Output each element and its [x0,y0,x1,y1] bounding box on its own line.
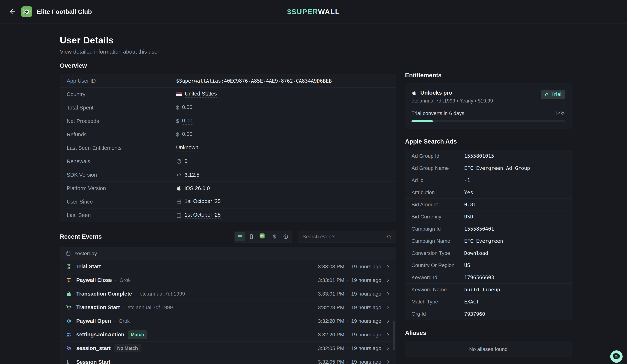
users-icon [66,332,72,337]
events-scrollbar[interactable] [393,321,395,350]
row-value-text: Download [464,250,488,256]
events-search-box [298,230,396,243]
code-icon [176,172,182,178]
row-label: Platform Version [67,185,176,191]
row-value-text: 1555801015 [464,153,494,159]
row-value-text: 3.12.5 [185,172,200,178]
soccer-app-icon [260,233,266,240]
table-row: Org Id7937960 [405,308,572,320]
back-button[interactable] [8,7,17,16]
filter-app-button[interactable] [258,232,268,241]
row-value-text: build lineup [464,287,500,292]
table-row: Refunds$0.00 [60,128,396,141]
events-search-input[interactable] [303,234,387,240]
event-timestamp: 3:32:05 PM [318,359,344,364]
event-name: Paywall Close [76,277,112,283]
events-group-header: Yesterday [60,247,396,260]
dollar-icon: $ [176,132,179,138]
events-group-label: Yesterday [74,251,97,257]
us-flag-icon [176,92,182,96]
event-relative-time: 19 hours ago [351,277,381,283]
row-label: SDK Version [67,172,176,178]
topbar: Elite Football Club $SUPERWALL [0,0,627,24]
dollar-icon [272,234,277,239]
apple-icon [176,185,182,191]
table-row: Total Spent$0.00 [60,101,396,114]
event-time: 3:32:20 PM·19 hours ago [318,332,390,338]
table-row: Net Proceeds$0.00 [60,114,396,128]
dollar-icon: $ [176,105,179,111]
row-label: Keyword Id [412,274,464,280]
trial-percent: 14% [555,111,565,116]
event-detail: Grok [119,277,131,283]
event-row[interactable]: Transaction Complete·etc.annual.7df.1999… [60,287,396,301]
row-value: $0.00 [176,104,193,111]
row-value-text: EXACT [464,299,479,305]
filter-list-button[interactable] [235,232,245,241]
event-name: session_start [76,345,111,351]
chevron-right-icon [386,291,390,296]
row-value-text: 7937960 [464,311,485,317]
event-name: Transaction Complete [76,291,132,297]
trial-converts-text: Trial converts in 6 days [412,110,464,116]
row-value: 0.81 [464,202,476,207]
row-value: EFC Evergreen Ad Group [464,165,530,171]
entitlement-subtitle: etc.annual.7df.1999 • Yearly • $19.99 [412,98,493,104]
row-value-text: iOS 26.0.0 [185,185,210,191]
row-value: 1555801015 [464,153,494,159]
event-timestamp: 3:33:01 PM [318,277,344,283]
event-row[interactable]: Transaction Start·etc.annual.7df.19993:3… [60,301,396,314]
row-label: Country Or Region [412,262,464,268]
page-subtitle: View detailed information about this use… [60,48,396,55]
event-row[interactable]: Paywall Open·Grok3:32:20 PM·19 hours ago [60,314,396,328]
eye-icon [66,318,72,324]
event-time: 3:32:23 PM·19 hours ago [318,305,390,311]
event-row[interactable]: Trial Start3:33:03 PM·19 hours ago [60,260,396,273]
event-time: 3:32:20 PM·19 hours ago [318,318,390,324]
event-time: 3:32:05 PM·19 hours ago [318,345,390,351]
row-value-text: EFC Evergreen Ad Group [464,165,530,171]
left-column: User Details View detailed information a… [60,24,396,364]
entitlements-heading: Entitlements [405,72,572,79]
filter-device-button[interactable] [247,232,257,241]
row-value: United States [176,91,217,98]
row-label: Bid Amount [412,202,464,208]
table-row: App User ID$SuperwallAlias:40EC9876-A85E… [60,74,396,88]
row-value-text: 0 [185,158,188,165]
right-column: Entitlements Unlocks pro etc.annual.7df.… [405,24,572,364]
phone-icon [66,359,72,364]
row-value: 1555850401 [464,226,494,232]
apple-icon [412,90,417,95]
table-row: Ad Id-1 [405,174,572,186]
event-time: 3:33:01 PM·19 hours ago [318,277,390,283]
event-row[interactable]: Paywall Close·Grok3:33:01 PM·19 hours ag… [60,273,396,287]
table-row: Match TypeEXACT [405,296,572,308]
filter-info-button[interactable] [281,232,291,241]
event-row[interactable]: session_startNo Match3:32:05 PM·19 hours… [60,342,396,355]
event-row[interactable]: Session Start3:32:05 PM·19 hours ago [60,355,396,364]
event-detail: etc.annual.7df.1999 [140,291,185,297]
aliases-card: No aliases found [405,341,572,357]
table-row: Bid CurrencyUSD [405,211,572,223]
row-label: Refunds [67,132,176,138]
bag-icon [66,291,72,297]
row-value-text: $SuperwallAlias:40EC9876-A85E-4AE9-8762-… [176,78,332,84]
chat-fab-button[interactable] [610,350,623,363]
table-row: Keyword Namebuild lineup [405,284,572,296]
hourglass-icon [66,264,72,270]
event-name: settingsJoinAction [76,332,124,338]
filter-revenue-button[interactable] [269,232,279,241]
row-value-text: 1st October '25 [185,212,221,219]
recent-events-section: Recent Events Yesterday Trial Start3:33:… [60,230,396,364]
row-value-text: 0.00 [182,104,192,111]
row-label: Ad Id [412,177,464,183]
row-value-text: Unknown [176,144,198,151]
row-label: Total Spent [67,105,176,111]
row-value-text: 1st October '25 [185,198,221,205]
event-name: Paywall Open [76,318,111,324]
trial-progress-track [412,120,565,122]
apple-search-ads-card: Ad Group Id1555801015Ad Group NameEFC Ev… [405,150,572,320]
row-label: Bid Currency [412,214,464,220]
table-row: Conversion TypeDownload [405,247,572,259]
event-row[interactable]: settingsJoinActionMatch3:32:20 PM·19 hou… [60,328,396,342]
